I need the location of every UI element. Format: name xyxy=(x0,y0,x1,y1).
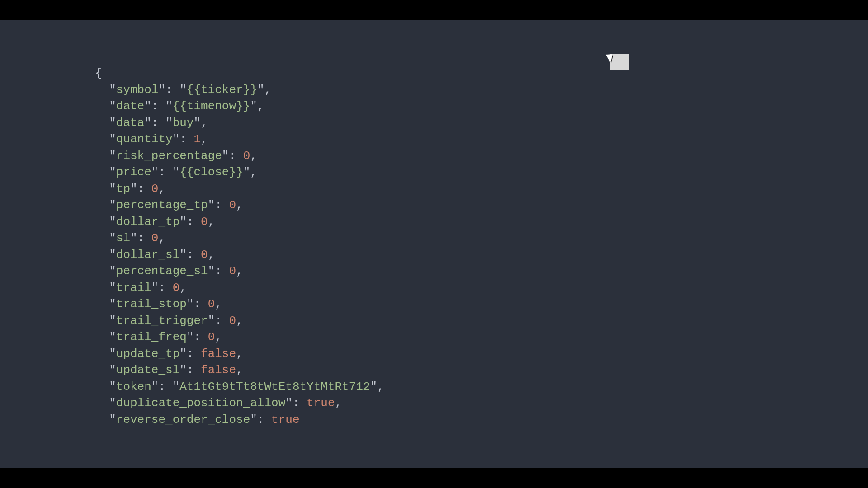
code-line[interactable]: "update_tp": false, xyxy=(95,346,868,362)
code-line[interactable]: "trail": 0, xyxy=(95,280,868,296)
code-line[interactable]: "trail_freq": 0, xyxy=(95,329,868,346)
token-punct: ": xyxy=(179,248,201,262)
token-punct: , xyxy=(236,264,243,278)
code-line[interactable]: "risk_percentage": 0, xyxy=(95,148,868,164)
token-key: quantity xyxy=(116,132,173,146)
token-key: dollar_sl xyxy=(116,248,179,262)
token-key: trail_stop xyxy=(116,297,187,311)
token-key: trail_freq xyxy=(116,330,187,344)
token-punct: ": " xyxy=(144,116,172,130)
token-punct: ": xyxy=(250,413,271,427)
token-punct: ": xyxy=(151,281,173,295)
token-punct: ", xyxy=(250,99,264,113)
token-punct: " xyxy=(95,116,116,130)
token-punct: ": " xyxy=(151,165,179,179)
token-key: update_tp xyxy=(116,347,179,361)
token-punct: " xyxy=(95,363,116,377)
token-str: buy xyxy=(173,116,194,130)
token-punct: " xyxy=(95,182,116,196)
token-punct: , xyxy=(208,215,215,229)
code-line[interactable]: "token": "At1tGt9tTt8tWtEt8tYtMtRt712", xyxy=(95,379,868,395)
code-line[interactable]: "symbol": "{{ticker}}", xyxy=(95,82,868,99)
token-punct: ": xyxy=(208,198,229,212)
token-num: 0 xyxy=(229,314,236,328)
token-punct: " xyxy=(95,281,116,295)
token-punct: , xyxy=(250,149,257,163)
code-line[interactable]: "trail_stop": 0, xyxy=(95,296,868,313)
token-key: sl xyxy=(116,231,130,245)
token-punct: " xyxy=(95,248,116,262)
token-punct: " xyxy=(95,215,116,229)
code-line[interactable]: "duplicate_position_allow": true, xyxy=(95,395,868,412)
token-punct: ": xyxy=(208,314,229,328)
token-punct: " xyxy=(95,264,116,278)
token-punct: ": xyxy=(285,396,307,410)
letterbox-top xyxy=(0,0,868,20)
code-line[interactable]: "trail_trigger": 0, xyxy=(95,313,868,329)
token-punct: , xyxy=(179,281,187,295)
token-punct: , xyxy=(335,396,342,410)
token-str: {{close}} xyxy=(179,165,243,179)
token-punct: ": xyxy=(179,347,201,361)
token-punct: ": " xyxy=(158,83,186,97)
token-punct: , xyxy=(236,363,243,377)
token-punct: " xyxy=(95,347,116,361)
code-line[interactable]: { xyxy=(95,65,868,82)
token-key: token xyxy=(116,380,151,394)
token-num: 0 xyxy=(229,198,236,212)
token-punct: , xyxy=(236,314,243,328)
token-punct: " xyxy=(95,99,116,113)
code-line[interactable]: "tp": 0, xyxy=(95,181,868,197)
token-num: 0 xyxy=(243,149,250,163)
token-punct: , xyxy=(158,182,165,196)
token-key: trail_trigger xyxy=(116,314,208,328)
token-key: price xyxy=(116,165,151,179)
token-num: 0 xyxy=(229,264,236,278)
token-key: dollar_tp xyxy=(116,215,179,229)
token-num: 0 xyxy=(201,248,208,262)
token-punct: ": xyxy=(187,297,208,311)
token-punct: ", xyxy=(193,116,208,130)
code-line[interactable]: "update_sl": false, xyxy=(95,362,868,379)
token-bool: true xyxy=(271,413,299,427)
json-code-block[interactable]: { "symbol": "{{ticker}}", "date": "{{tim… xyxy=(95,65,868,428)
code-line[interactable]: "percentage_tp": 0, xyxy=(95,197,868,214)
code-editor-viewport[interactable]: { "symbol": "{{ticker}}", "date": "{{tim… xyxy=(0,20,868,468)
code-line[interactable]: "price": "{{close}}", xyxy=(95,164,868,181)
token-bool: false xyxy=(201,347,236,361)
token-punct: " xyxy=(95,83,116,97)
token-num: 0 xyxy=(201,215,208,229)
token-str: At1tGt9tTt8tWtEt8tYtMtRt712 xyxy=(179,380,370,394)
token-num: 0 xyxy=(151,182,159,196)
code-line[interactable]: "quantity": 1, xyxy=(95,131,868,148)
token-punct: ": xyxy=(222,149,243,163)
token-str: {{ticker}} xyxy=(187,83,257,97)
token-punct: " xyxy=(95,413,116,427)
token-punct: , xyxy=(208,248,215,262)
token-key: percentage_sl xyxy=(116,264,208,278)
token-punct: ": xyxy=(187,330,208,344)
token-punct: ": xyxy=(130,231,151,245)
token-bool: true xyxy=(307,396,335,410)
token-punct: ": xyxy=(179,363,201,377)
token-punct: " xyxy=(95,132,116,146)
code-line[interactable]: "reverse_order_close": true xyxy=(95,412,868,428)
token-punct: , xyxy=(201,132,208,146)
code-line[interactable]: "dollar_sl": 0, xyxy=(95,247,868,263)
token-num: 0 xyxy=(208,330,215,344)
token-key: tp xyxy=(116,182,130,196)
code-line[interactable]: "dollar_tp": 0, xyxy=(95,214,868,230)
token-punct: " xyxy=(95,198,116,212)
token-key: percentage_tp xyxy=(116,198,208,212)
token-punct: ": " xyxy=(151,380,179,394)
code-line[interactable]: "date": "{{timenow}}", xyxy=(95,98,868,115)
letterbox-bottom xyxy=(0,468,868,488)
token-punct: , xyxy=(158,231,165,245)
token-key: duplicate_position_allow xyxy=(116,396,285,410)
code-line[interactable]: "data": "buy", xyxy=(95,115,868,131)
token-punct: ", xyxy=(370,380,384,394)
token-num: 1 xyxy=(193,132,201,146)
code-line[interactable]: "sl": 0, xyxy=(95,230,868,247)
token-bool: false xyxy=(201,363,236,377)
code-line[interactable]: "percentage_sl": 0, xyxy=(95,263,868,280)
